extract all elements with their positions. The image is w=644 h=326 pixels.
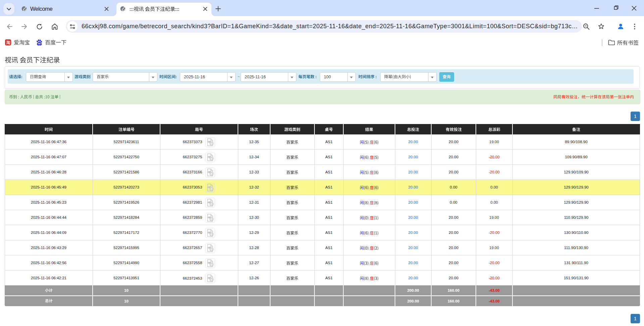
- svg-text:du: du: [38, 42, 41, 45]
